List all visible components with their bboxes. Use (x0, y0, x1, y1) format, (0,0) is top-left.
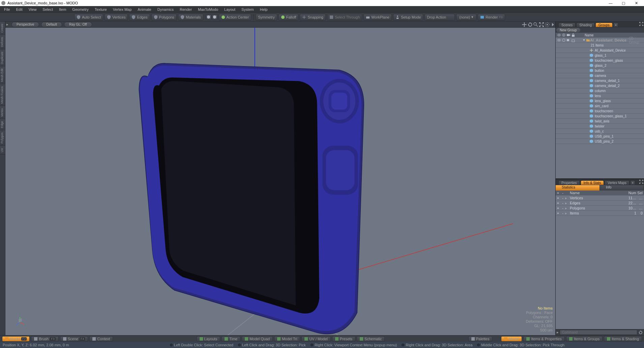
menu-render[interactable]: Render (177, 7, 195, 12)
viewport-view-tab[interactable]: Perspective (11, 22, 39, 27)
tab-add-button-2[interactable]: + (630, 180, 635, 185)
stats-caret[interactable]: ▸ (565, 196, 570, 200)
menu-maxtomodo[interactable]: MaxToModo (195, 7, 221, 12)
item-row[interactable]: camera (556, 73, 644, 78)
layout-btn-schematic[interactable]: Schematic (357, 336, 385, 342)
panel-maximize-icon[interactable] (639, 22, 643, 26)
vertices-button[interactable]: Vertices (105, 14, 128, 21)
layout-btn-presets[interactable]: Presets (332, 336, 355, 342)
layout-btn-model-tri[interactable]: Model Tri (274, 336, 300, 342)
3d-viewport[interactable]: No Items Polygons : Face Channels: 0 Def… (5, 28, 555, 335)
item-row[interactable]: lens (556, 93, 644, 98)
viewport-settings-icon[interactable] (545, 22, 550, 27)
panel-maximize-icon-2[interactable] (639, 180, 643, 184)
tab-info-stats[interactable]: Info & Stats (581, 180, 604, 185)
eye-header-icon[interactable] (557, 33, 561, 37)
lock-header-icon[interactable] (571, 33, 575, 37)
layout-btn-context[interactable]: Context (89, 336, 113, 342)
zoom-icon[interactable] (533, 22, 538, 27)
menu-select[interactable]: Select (40, 7, 56, 12)
menu-file[interactable]: File (1, 7, 13, 12)
menu-help[interactable]: Help (257, 7, 270, 12)
item-row[interactable]: usb_c (556, 129, 644, 134)
menu-vertex-map[interactable]: Vertex Map (110, 7, 135, 12)
stats-minus[interactable]: - (560, 201, 565, 205)
topology-toggle-a[interactable] (206, 14, 211, 20)
left-tab-mesh-edit[interactable]: Mesh Edit (0, 66, 5, 84)
layout-btn-items-shading[interactable]: Items & Shading (604, 336, 642, 342)
layout-btn-uv-model[interactable]: UV / Model (301, 336, 330, 342)
group-row[interactable]: AI_Assistant_Device(2) : Group (556, 38, 644, 43)
tab-groups[interactable]: Groups (595, 23, 613, 27)
viewport-raygl-tab[interactable]: Ray GL: Off (64, 22, 92, 27)
menu-animate[interactable]: Animate (135, 7, 154, 12)
item-row[interactable]: USB_pins_1 (556, 134, 644, 139)
tab-vertex-maps[interactable]: Vertex Maps (605, 180, 630, 185)
solo-icon[interactable] (562, 38, 566, 42)
cam-header-icon[interactable] (566, 33, 570, 37)
item-row[interactable]: touchscreen_glass_1 (556, 114, 644, 119)
stats-header-name[interactable]: Name (570, 191, 628, 195)
edges-button[interactable]: Edges (129, 14, 150, 21)
eye-icon[interactable] (557, 38, 561, 42)
maximize-viewport-icon[interactable] (539, 22, 544, 27)
stats-row[interactable]: +-▸Polygons10…… (556, 206, 644, 211)
stats-caret[interactable]: ▸ (565, 201, 570, 205)
subtab-statistics[interactable]: Statistics (556, 185, 600, 191)
left-tab-deform[interactable]: Deform (0, 35, 5, 50)
item-row[interactable]: touchscreen (556, 109, 644, 114)
snapping-button[interactable]: Snapping (300, 14, 326, 21)
stats-caret[interactable]: ▸ (565, 206, 570, 210)
stats-minus[interactable]: - (560, 196, 565, 200)
layout-btn-scene[interactable]: SceneF4 (60, 336, 88, 342)
render-button[interactable]: Render F9 (478, 14, 505, 21)
menu-item[interactable]: Item (56, 7, 69, 12)
workplane-button[interactable]: WorkPlane (363, 14, 392, 21)
stats-row[interactable]: +-▸Vertices11…… (556, 196, 644, 201)
menu-edit[interactable]: Edit (13, 7, 25, 12)
item-row[interactable]: twist_axis (556, 119, 644, 124)
tab-add-button[interactable]: + (613, 23, 618, 27)
stats-row[interactable]: +-▸Edges22…… (556, 201, 644, 206)
materials-button[interactable]: Materials (178, 14, 203, 21)
item-row[interactable]: twister (556, 124, 644, 129)
stats-plus[interactable]: + (556, 206, 560, 210)
item-row[interactable]: column (556, 88, 644, 93)
left-tab-uv[interactable]: UV (0, 146, 5, 155)
viewport-axis-gizmo[interactable] (15, 316, 25, 326)
select-through-button[interactable]: Select Through (327, 14, 362, 21)
item-row[interactable]: USB_pins_2 (556, 139, 644, 144)
layout-btn-model-quad[interactable]: Model Quad (242, 336, 273, 342)
window-maximize-button[interactable]: ▢ (617, 0, 630, 6)
item-row[interactable]: camera_detail_2 (556, 83, 644, 88)
expand-caret-icon[interactable] (583, 39, 585, 41)
setup-mode-button[interactable]: Setup Mode (393, 14, 423, 21)
tab-shading[interactable]: Shading (576, 23, 595, 27)
menu-dynamics[interactable]: Dynamics (155, 7, 176, 12)
lock-icon[interactable] (571, 38, 575, 42)
solo-header-icon[interactable] (562, 33, 566, 37)
symmetry-button[interactable]: Symmetry (256, 14, 277, 21)
command-input[interactable] (560, 330, 637, 335)
stats-plus[interactable]: + (556, 211, 560, 215)
item-row[interactable]: touchscreen_glass (556, 58, 644, 63)
stats-caret[interactable]: ▸ (565, 211, 570, 215)
stats-minus[interactable]: - (560, 211, 565, 215)
viewport-next-icon[interactable] (551, 22, 555, 27)
menu-geometry[interactable]: Geometry (69, 7, 91, 12)
layout-btn-palettes[interactable]: Palettes (468, 336, 493, 342)
cam-icon[interactable] (566, 38, 570, 42)
layout-btn-model[interactable]: Model (501, 336, 522, 342)
item-row[interactable]: camera_detail_1 (556, 78, 644, 83)
item-row[interactable]: glass_2 (556, 63, 644, 68)
menu-system[interactable]: System (239, 7, 257, 12)
stats-minus[interactable]: - (560, 206, 565, 210)
item-row[interactable]: button (556, 68, 644, 73)
auto-select-button[interactable]: Auto Select (74, 14, 103, 21)
viewport-shading-tab[interactable]: Default (41, 22, 62, 27)
item-row[interactable]: AI_Assistant_Device (556, 48, 644, 53)
tab-scenes[interactable]: Scenes (558, 23, 576, 27)
left-tab-vertex[interactable]: Vertex (0, 106, 5, 119)
menu-texture[interactable]: Texture (92, 7, 110, 12)
menu-layout[interactable]: Layout (222, 7, 238, 12)
